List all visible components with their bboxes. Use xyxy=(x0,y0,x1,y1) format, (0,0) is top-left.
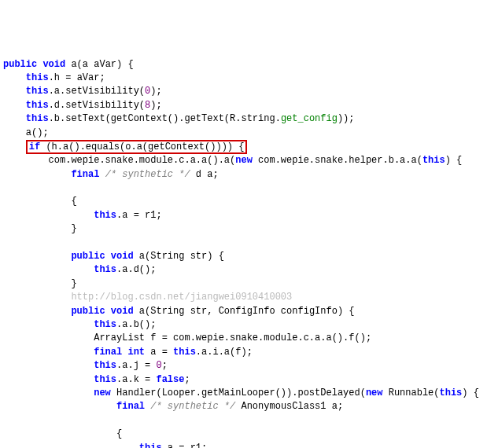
text: a(); xyxy=(26,127,49,138)
keyword: this xyxy=(94,210,116,221)
text: ArrayList f = com.wepie.snake.module.c.a… xyxy=(94,332,371,343)
keyword: final int xyxy=(94,347,145,358)
keyword: this xyxy=(94,319,116,330)
text: a(String str, ConfigInfo configInfo) { xyxy=(134,306,355,317)
brace: } xyxy=(71,223,76,234)
brace: } xyxy=(71,278,76,289)
keyword: final xyxy=(116,401,145,412)
text: .a.setVisibility( xyxy=(49,86,145,97)
text: .h = aVar; xyxy=(49,72,105,83)
string: get_config xyxy=(281,113,338,124)
keyword: this xyxy=(422,155,445,166)
comment: /* synthetic */ xyxy=(99,169,190,180)
keyword: public void xyxy=(71,306,133,317)
keyword: this xyxy=(173,347,196,358)
code-block: public void a(a aVar) { this.h = aVar; t… xyxy=(3,59,484,448)
keyword: this xyxy=(94,264,116,275)
text: (h.a().equals(o.a(getContext()))) { xyxy=(40,141,244,152)
brace: { xyxy=(71,196,76,207)
keyword: this xyxy=(94,360,116,371)
keyword: public void xyxy=(3,59,65,70)
text: ) { xyxy=(462,387,479,398)
text: ); xyxy=(150,100,161,111)
keyword: final xyxy=(71,169,99,180)
text: .a = r1; xyxy=(162,442,208,449)
text: com.wepie.snake.module.c.a.a().a( xyxy=(49,155,236,166)
text: ); xyxy=(150,86,161,97)
text: .d.setVisibility( xyxy=(49,100,145,111)
keyword: this xyxy=(26,72,49,83)
text: Handler(Looper.getMainLooper()).postDela… xyxy=(111,387,366,398)
keyword: public void xyxy=(71,251,133,262)
text: Runnable( xyxy=(383,387,440,398)
keyword: this xyxy=(139,442,162,449)
keyword: new xyxy=(366,387,383,398)
keyword: new xyxy=(94,387,111,398)
text: .a = r1; xyxy=(116,210,162,221)
keyword: this xyxy=(26,100,49,111)
keyword: this xyxy=(26,86,49,97)
text: ; xyxy=(162,360,168,371)
keyword: false xyxy=(156,374,184,385)
text: a(String str) { xyxy=(134,251,224,262)
keyword: if xyxy=(29,141,40,152)
comment: /* synthetic */ xyxy=(145,401,235,412)
keyword: this xyxy=(94,374,116,385)
text: AnonymousClass1 a; xyxy=(235,401,343,412)
text: ) { xyxy=(445,155,463,166)
text: .a.j = xyxy=(116,360,156,371)
text: d a; xyxy=(190,169,219,180)
text: .a.b(); xyxy=(116,319,156,330)
highlighted-if-condition: if (h.a().equals(o.a(getContext()))) { xyxy=(26,140,248,154)
keyword: this xyxy=(440,387,463,398)
text: )); xyxy=(338,113,355,124)
brace: { xyxy=(116,428,122,439)
text: a(a aVar) { xyxy=(65,59,133,70)
keyword: new xyxy=(235,155,253,166)
text: .a.d(); xyxy=(116,264,156,275)
keyword: this xyxy=(26,113,49,124)
watermark: http://blog.csdn.net/jiangwei0910410003 xyxy=(3,292,292,303)
text: .a.k = xyxy=(116,374,156,385)
text: a = xyxy=(145,347,173,358)
text: com.wepie.snake.helper.b.a.a( xyxy=(253,155,422,166)
number: 0 xyxy=(156,360,161,371)
text: ; xyxy=(184,374,190,385)
text: .a.i.a(f); xyxy=(196,347,253,358)
text: .b.setText(getContext().getText(R.string… xyxy=(49,113,281,124)
